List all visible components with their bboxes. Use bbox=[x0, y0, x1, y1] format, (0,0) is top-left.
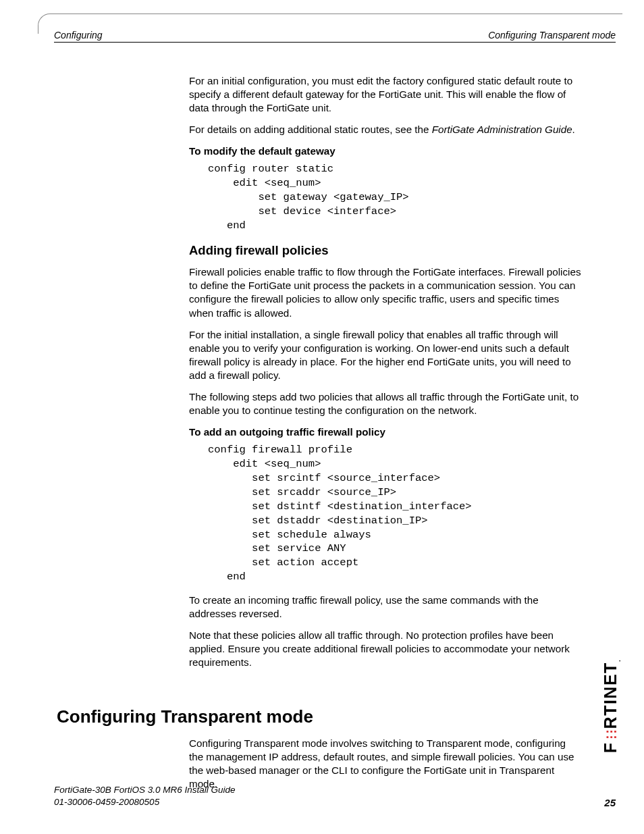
page-number: 25 bbox=[604, 797, 616, 808]
header-left: Configuring bbox=[54, 30, 103, 41]
fortinet-logo: F:::RTINET. bbox=[602, 631, 621, 780]
logo-dots-icon: ::: bbox=[606, 731, 618, 738]
footer-doc-title: FortiGate-30B FortiOS 3.0 MR6 Install Gu… bbox=[54, 784, 236, 796]
footer-left: FortiGate-30B FortiOS 3.0 MR6 Install Gu… bbox=[54, 784, 236, 808]
running-header: Configuring Configuring Transparent mode bbox=[54, 30, 616, 41]
paragraph: The following steps add two policies tha… bbox=[189, 390, 582, 417]
logo-letter: F bbox=[601, 741, 620, 753]
header-rule bbox=[54, 42, 616, 43]
main-content: For an initial configuration, you must e… bbox=[189, 74, 582, 678]
header-right: Configuring Transparent mode bbox=[488, 30, 616, 41]
paragraph: Configuring Transparent mode involves sw… bbox=[189, 737, 582, 791]
paragraph: For details on adding additional static … bbox=[189, 123, 582, 136]
paragraph: To create an incoming traffic firewall p… bbox=[189, 594, 582, 621]
section-heading: Adding firewall policies bbox=[189, 242, 582, 259]
logo-text: F:::RTINET. bbox=[601, 658, 622, 752]
page-footer: FortiGate-30B FortiOS 3.0 MR6 Install Gu… bbox=[54, 784, 616, 808]
paragraph: Note that these policies allow all traff… bbox=[189, 629, 582, 669]
procedure-title: To add an outgoing traffic firewall poli… bbox=[189, 425, 582, 439]
chapter-heading-block: Configuring Transparent mode Configuring… bbox=[57, 706, 582, 791]
document-page: Configuring Configuring Transparent mode… bbox=[0, 0, 644, 834]
paragraph: Firewall policies enable traffic to flow… bbox=[189, 265, 582, 319]
footer-doc-id: 01-30006-0459-20080505 bbox=[54, 796, 236, 808]
logo-suffix: . bbox=[615, 658, 622, 661]
code-block: config firewall profile edit <seq_num> s… bbox=[208, 443, 582, 584]
procedure-title: To modify the default gateway bbox=[189, 145, 582, 158]
paragraph: For an initial configuration, you must e… bbox=[189, 74, 582, 115]
text-run: For details on adding additional static … bbox=[189, 124, 432, 135]
doc-reference: FortiGate Administration Guide bbox=[432, 124, 572, 135]
text-run: . bbox=[572, 124, 575, 135]
chapter-title: Configuring Transparent mode bbox=[57, 706, 582, 727]
logo-letters: RTINET bbox=[601, 662, 620, 729]
paragraph: For the initial installation, a single f… bbox=[189, 328, 582, 382]
code-block: config router static edit <seq_num> set … bbox=[208, 162, 582, 233]
